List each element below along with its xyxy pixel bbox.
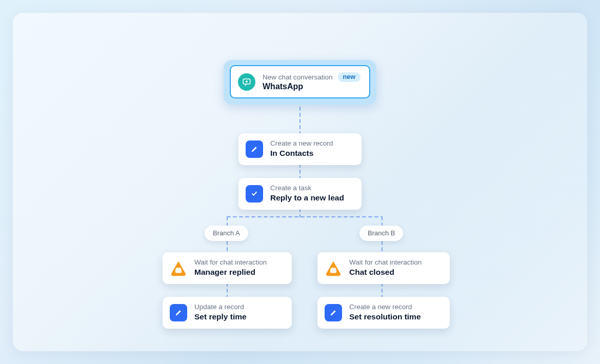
workflow-canvas: New chat conversation new WhatsApp Creat… — [13, 13, 587, 351]
svg-rect-3 — [330, 269, 336, 273]
trigger-node[interactable]: New chat conversation new WhatsApp — [230, 65, 370, 98]
node-title: Set resolution time — [349, 312, 421, 322]
node-update-reply-time[interactable]: Update a record Set reply time — [163, 297, 292, 329]
branch-b-pill[interactable]: Branch B — [359, 226, 403, 241]
svg-rect-4 — [331, 268, 335, 269]
node-title: Set reply time — [194, 312, 247, 322]
trigger-label: New chat conversation — [263, 73, 333, 81]
node-create-task[interactable]: Create a task Reply to a new lead — [238, 178, 362, 210]
new-badge: new — [338, 72, 361, 82]
node-label: Wait for chat interaction — [349, 258, 422, 267]
node-label: Update a record — [194, 303, 247, 312]
pencil-icon — [170, 304, 187, 321]
chat-plus-icon — [238, 73, 255, 91]
node-label: Create a new record — [349, 303, 421, 312]
node-title: Reply to a new lead — [270, 193, 344, 204]
trigger-title: WhatsApp — [263, 82, 303, 91]
node-label: Wait for chat interaction — [194, 258, 267, 267]
branch-a-pill[interactable]: Branch A — [205, 226, 248, 241]
node-label: Create a task — [270, 184, 344, 193]
node-title: Manager replied — [194, 267, 267, 278]
wait-triangle-icon — [325, 259, 342, 277]
node-create-resolution[interactable]: Create a new record Set resolution time — [317, 297, 450, 329]
svg-rect-2 — [176, 268, 181, 269]
pencil-icon — [246, 140, 263, 158]
node-wait-chat-closed[interactable]: Wait for chat interaction Chat closed — [317, 252, 450, 284]
check-icon — [246, 185, 263, 203]
wait-triangle-icon — [170, 259, 187, 277]
trigger-node-frame[interactable]: New chat conversation new WhatsApp — [224, 60, 376, 105]
pencil-icon — [325, 304, 342, 321]
node-label: Create a new record — [270, 139, 333, 148]
node-create-record[interactable]: Create a new record In Contacts — [238, 133, 362, 165]
node-title: In Contacts — [270, 148, 333, 159]
node-title: Chat closed — [349, 267, 422, 278]
node-wait-manager-replied[interactable]: Wait for chat interaction Manager replie… — [163, 252, 292, 284]
svg-rect-1 — [175, 269, 182, 273]
